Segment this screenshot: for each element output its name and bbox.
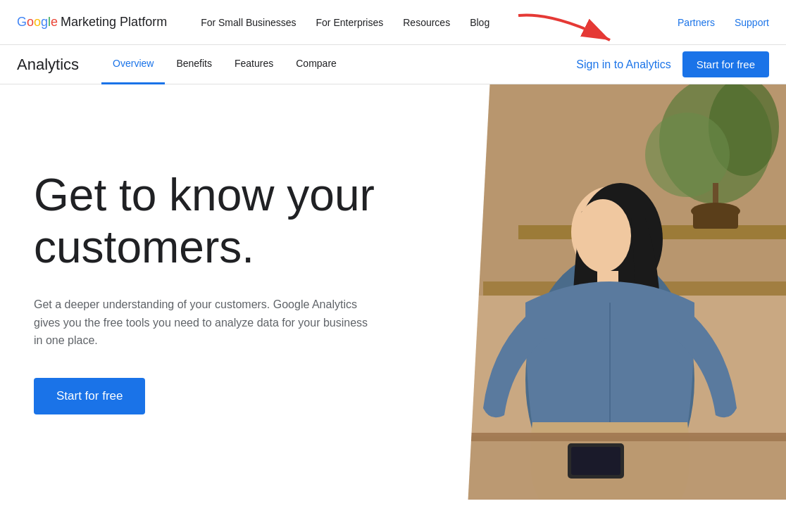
logo[interactable]: Google Marketing Platform	[17, 15, 167, 30]
hero-headline: Get to know your customers.	[34, 170, 424, 273]
hero-section: Get to know your customers. Get a deeper…	[0, 84, 786, 500]
top-nav-links: For Small Businesses For Enterprises Res…	[201, 17, 769, 28]
nav-compare[interactable]: Compare	[285, 45, 348, 84]
top-nav: Google Marketing Platform For Small Busi…	[0, 0, 786, 45]
hero-description: Get a deeper understanding of your custo…	[34, 296, 372, 350]
analytics-nav: Analytics Overview Benefits Features Com…	[0, 45, 786, 84]
svg-rect-10	[693, 208, 738, 229]
nav-support[interactable]: Support	[735, 17, 769, 28]
nav-enterprises[interactable]: For Enterprises	[316, 17, 384, 28]
analytics-brand: Analytics	[17, 56, 79, 74]
nav-blog[interactable]: Blog	[470, 17, 489, 28]
logo-google: Google	[17, 15, 58, 30]
svg-rect-20	[571, 447, 620, 475]
nav-partners[interactable]: Partners	[678, 17, 715, 28]
start-free-button-hero[interactable]: Start for free	[34, 378, 145, 414]
annotation-arrow	[511, 8, 624, 53]
svg-point-14	[575, 199, 631, 272]
nav-small-businesses[interactable]: For Small Businesses	[201, 17, 296, 28]
start-free-button-top[interactable]: Start for free	[682, 51, 769, 77]
analytics-nav-right: Sign in to Analytics Start for free	[576, 51, 769, 77]
nav-resources[interactable]: Resources	[403, 17, 450, 28]
analytics-nav-links: Overview Benefits Features Compare	[101, 45, 576, 84]
sign-in-analytics-link[interactable]: Sign in to Analytics	[576, 58, 670, 71]
hero-content: Get to know your customers. Get a deeper…	[0, 84, 458, 500]
logo-platform-text: Marketing Platform	[61, 15, 167, 30]
nav-benefits[interactable]: Benefits	[165, 45, 223, 84]
nav-overview[interactable]: Overview	[101, 45, 165, 84]
nav-features[interactable]: Features	[223, 45, 285, 84]
